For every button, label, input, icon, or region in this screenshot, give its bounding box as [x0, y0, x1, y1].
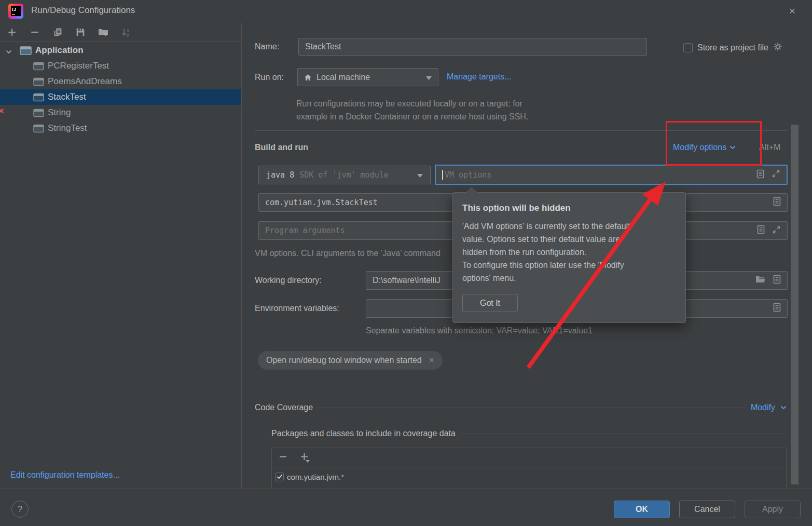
tag-label: Open run/debug tool window when started — [266, 356, 422, 365]
got-it-button[interactable]: Got It — [462, 294, 518, 312]
run-on-label: Run on: — [255, 73, 284, 82]
remove-tag-icon[interactable]: × — [429, 355, 434, 366]
gear-icon[interactable] — [773, 42, 782, 53]
remove-package-button[interactable] — [279, 453, 287, 463]
environment-variables-label: Environment variables: — [255, 304, 339, 313]
add-configuration-button[interactable] — [7, 27, 17, 37]
intellij-logo-icon: IJ — [8, 4, 23, 19]
tooltip-body: 'Add VM options' is currently set to the… — [462, 220, 677, 285]
expand-list-icon[interactable] — [756, 169, 764, 181]
tree-item-stacktest-selected[interactable]: StackTest — [0, 89, 241, 105]
tree-item-label: String — [48, 107, 71, 118]
dropdown-arrow-icon — [306, 460, 310, 463]
working-directory-value: D:\software\IntelliJ — [373, 276, 441, 285]
coverage-packages-title: Packages and classes to include in cover… — [271, 429, 456, 438]
code-coverage-title: Code Coverage — [255, 403, 313, 412]
application-icon — [0, 124, 44, 133]
apply-button[interactable]: Apply — [745, 501, 801, 518]
copy-configuration-button[interactable] — [52, 27, 63, 37]
svg-text:z: z — [127, 32, 129, 37]
sort-configurations-button[interactable]: a z — [121, 27, 131, 37]
vm-options-hint: VM options. CLI arguments to the ‘Java’ … — [255, 249, 441, 258]
application-type-icon — [0, 46, 32, 56]
application-icon — [0, 93, 44, 102]
modify-options-shortcut: Alt+M — [759, 143, 780, 152]
tree-item-stringtest[interactable]: StringTest — [0, 120, 241, 136]
tree-item-application[interactable]: Application — [0, 43, 241, 58]
tree-item-pcregistertest[interactable]: PCRegisterTest — [0, 58, 241, 74]
remove-configuration-button[interactable] — [30, 27, 40, 37]
coverage-modify-link[interactable]: Modify — [751, 403, 775, 412]
window-title: Run/Debug Configurations — [31, 5, 135, 16]
jdk-value: java 8 — [266, 170, 294, 180]
expand-field-icon[interactable] — [772, 169, 780, 180]
save-icon — [76, 28, 85, 37]
run-debug-configurations-dialog: IJ Run/Debug Configurations × — [0, 0, 812, 526]
store-as-project-file-checkbox[interactable] — [683, 43, 693, 52]
program-arguments-placeholder: Program arguments — [265, 226, 345, 235]
tree-item-label: PoemsAndDreams — [48, 76, 122, 87]
folder-open-icon[interactable] — [755, 276, 766, 286]
package-pattern: com.yutian.jvm.* — [287, 473, 344, 481]
title-bar: IJ Run/Debug Configurations × — [0, 0, 812, 22]
main-class-value: com.yutian.jvm.StackTest — [265, 198, 378, 207]
new-folder-button[interactable] — [98, 27, 108, 37]
add-icon — [7, 28, 17, 37]
divider — [318, 408, 746, 408]
expand-list-icon[interactable] — [757, 225, 765, 236]
option-hidden-tooltip: This option will be hidden 'Add VM optio… — [452, 192, 686, 323]
dropdown-arrow-icon — [426, 73, 432, 82]
expand-field-icon[interactable] — [772, 225, 781, 236]
package-checkbox-checked[interactable] — [275, 473, 284, 481]
name-label: Name: — [255, 42, 279, 51]
application-icon-invalid — [0, 109, 44, 117]
ok-button[interactable]: OK — [614, 501, 670, 518]
coverage-package-row[interactable]: com.yutian.jvm.* — [272, 467, 786, 486]
new-folder-icon — [98, 28, 108, 37]
sidebar-toolbar: a z — [0, 23, 241, 42]
working-directory-label: Working directory: — [255, 276, 322, 285]
jdk-select[interactable]: java 8 SDK of 'jvm' module — [258, 166, 431, 184]
expand-list-icon[interactable] — [773, 303, 781, 314]
remove-icon — [30, 28, 39, 37]
expand-list-icon[interactable] — [773, 275, 781, 286]
build-and-run-title: Build and run — [255, 143, 308, 152]
tree-item-string[interactable]: String — [0, 105, 241, 120]
coverage-packages-header: Packages and classes to include in cover… — [271, 429, 787, 438]
vm-options-input[interactable]: VM options — [435, 165, 788, 185]
run-on-select[interactable]: Local machine — [297, 68, 438, 86]
text-cursor — [442, 170, 443, 180]
sort-alpha-icon: a z — [121, 28, 131, 37]
save-configuration-button[interactable] — [75, 27, 86, 37]
tree-item-label: Application — [35, 45, 84, 56]
tooltip-pointer — [465, 187, 478, 193]
name-input[interactable]: StackTest — [298, 38, 647, 56]
tooltip-title: This option will be hidden — [462, 203, 571, 213]
vertical-scrollbar[interactable] — [791, 125, 799, 484]
open-tool-window-tag[interactable]: Open run/debug tool window when started … — [258, 351, 443, 370]
tree-item-poemsanddreams[interactable]: PoemsAndDreams — [0, 74, 241, 89]
environment-variables-hint: Separate variables with semicolon: VAR=v… — [366, 326, 593, 335]
configurations-sidebar: a z Application — [0, 23, 242, 489]
cancel-button[interactable]: Cancel — [679, 501, 735, 518]
annotation-red-rectangle — [666, 121, 762, 166]
expand-list-icon[interactable] — [773, 197, 781, 208]
manage-targets-link[interactable]: Manage targets... — [447, 72, 512, 82]
add-package-button[interactable] — [300, 453, 308, 463]
edit-configuration-templates-link[interactable]: Edit configuration templates... — [10, 470, 120, 480]
help-button[interactable]: ? — [11, 501, 29, 518]
tree-item-label: PCRegisterTest — [48, 61, 109, 71]
tree-item-label: StringTest — [48, 123, 87, 133]
invalid-config-x-icon — [0, 106, 4, 116]
close-icon[interactable]: × — [786, 5, 799, 17]
check-icon — [277, 474, 283, 479]
code-coverage-section-header: Code Coverage Modify — [255, 403, 787, 412]
copy-icon — [53, 28, 63, 37]
name-value: StackTest — [305, 42, 341, 51]
store-as-project-file[interactable]: Store as project file — [683, 42, 782, 53]
store-as-project-file-label: Store as project file — [697, 43, 768, 52]
jdk-hint: SDK of 'jvm' module — [299, 170, 389, 180]
chevron-down-icon — [780, 406, 787, 410]
divider — [461, 434, 787, 434]
coverage-packages-table: com.yutian.jvm.* — [271, 448, 787, 489]
